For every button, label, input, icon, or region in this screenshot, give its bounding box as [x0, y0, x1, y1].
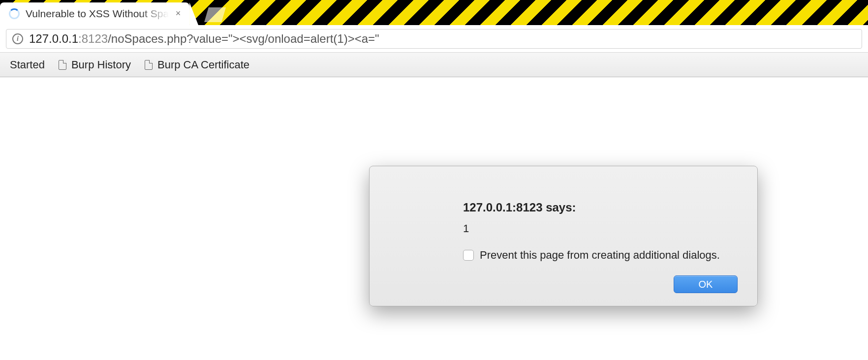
bookmark-label: Burp CA Certificate	[157, 59, 249, 71]
ok-button[interactable]: OK	[674, 275, 738, 293]
file-icon	[145, 60, 153, 70]
js-alert-dialog: 127.0.0.1:8123 says: 1 Prevent this page…	[369, 166, 758, 306]
url-host: 127.0.0.1	[29, 32, 78, 46]
tab-title: Vulnerable to XSS Without Spa	[26, 8, 169, 20]
page-viewport: 127.0.0.1:8123 says: 1 Prevent this page…	[0, 77, 868, 360]
bookmark-label: Started	[10, 59, 45, 71]
alert-button-row: OK	[463, 275, 738, 293]
url-port: :8123	[78, 32, 108, 46]
tab-strip: Vulnerable to XSS Without Spa ×	[0, 0, 868, 25]
address-bar-row: i 127.0.0.1:8123/noSpaces.php?value="><s…	[0, 25, 868, 53]
alert-message: 1	[463, 222, 738, 235]
loading-spinner-icon	[9, 8, 20, 19]
bookmark-item[interactable]: Started	[3, 57, 52, 73]
address-bar[interactable]: i 127.0.0.1:8123/noSpaces.php?value="><s…	[6, 29, 862, 49]
prevent-dialogs-checkbox[interactable]	[463, 250, 474, 261]
bookmarks-bar: Started Burp History Burp CA Certificate	[0, 53, 868, 77]
alert-prevent-row: Prevent this page from creating addition…	[463, 249, 738, 262]
prevent-dialogs-label: Prevent this page from creating addition…	[480, 249, 720, 262]
url-path: /noSpaces.php?value="><svg/onload=alert(…	[108, 32, 379, 46]
file-icon	[59, 60, 66, 70]
close-icon[interactable]: ×	[174, 9, 183, 18]
bookmark-item[interactable]: Burp History	[52, 57, 138, 73]
browser-tab[interactable]: Vulnerable to XSS Without Spa ×	[0, 2, 189, 25]
site-info-icon[interactable]: i	[12, 33, 23, 44]
new-tab-button[interactable]	[204, 7, 226, 22]
alert-title: 127.0.0.1:8123 says:	[463, 201, 738, 214]
bookmark-item[interactable]: Burp CA Certificate	[138, 57, 256, 73]
bookmark-label: Burp History	[71, 59, 131, 71]
